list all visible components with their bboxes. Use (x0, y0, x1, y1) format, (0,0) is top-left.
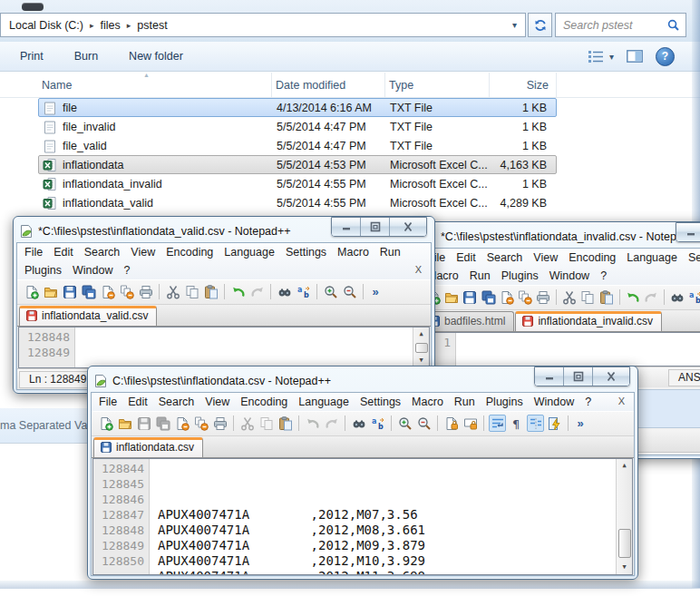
menu-item[interactable]: ? (579, 393, 597, 411)
redo-icon[interactable] (643, 288, 659, 306)
new-file-icon[interactable] (23, 283, 40, 300)
menu-item[interactable]: Encoding (235, 393, 293, 411)
close-all-icon[interactable] (118, 283, 135, 300)
scroll-up-icon[interactable]: ▲ (617, 459, 632, 473)
breadcrumb-segment[interactable]: files (96, 17, 125, 34)
maximize-button[interactable] (361, 218, 390, 236)
vertical-scrollbar[interactable]: ▲ ▼ (413, 327, 429, 367)
menu-item[interactable]: View (125, 243, 160, 261)
address-dropdown-icon[interactable]: ▾ (508, 20, 521, 30)
file-row[interactable]: file_invalid 5/5/2014 4:47 PM TXT File 1… (38, 117, 557, 136)
cut-icon[interactable] (561, 288, 578, 306)
document-tab[interactable]: inflationdata.csv (93, 437, 203, 457)
word-wrap-icon[interactable] (489, 415, 506, 432)
indent-guide-icon[interactable] (527, 415, 544, 432)
scroll-down-icon[interactable]: ▼ (617, 561, 632, 574)
title-bar[interactable]: *C:\files\pstest\inflationdata_invalid.c… (419, 225, 700, 248)
menu-item[interactable]: Window (529, 393, 579, 411)
column-header-name[interactable]: Name ▲ (38, 73, 272, 97)
overflow-icon[interactable]: » (573, 415, 588, 432)
redo-icon[interactable] (323, 415, 340, 432)
zoom-in-icon[interactable] (322, 283, 339, 300)
breadcrumb-segment[interactable]: Local Disk (C:) (5, 17, 88, 34)
menubar-close-button[interactable]: X (611, 393, 632, 411)
menu-item[interactable]: Search (481, 249, 529, 267)
menu-item[interactable]: Plugins (496, 267, 544, 285)
sync-v-icon[interactable] (442, 415, 460, 432)
menu-item[interactable]: Run (449, 393, 481, 411)
search-box[interactable] (555, 13, 686, 37)
file-row[interactable]: inflationdata_valid 5/5/2014 4:55 PM Mic… (38, 193, 557, 212)
menu-item[interactable]: ? (118, 261, 135, 279)
menu-item[interactable]: View (528, 249, 563, 267)
menu-item[interactable]: View (199, 393, 235, 411)
print-button[interactable]: Print (9, 44, 54, 68)
menu-item[interactable]: Language (293, 393, 355, 411)
file-row[interactable]: file_valid 5/5/2014 4:47 PM TXT File 1 K… (38, 136, 557, 155)
menubar-close-button[interactable]: X (408, 261, 429, 279)
menu-item[interactable]: Window (544, 267, 595, 285)
menu-item[interactable]: Edit (48, 243, 79, 261)
paste-icon[interactable] (202, 283, 219, 300)
refresh-button[interactable] (528, 13, 552, 37)
find-icon[interactable] (276, 283, 293, 300)
editor[interactable]: 1 APU040074715 ,SoCallMeCrazy (421, 332, 700, 367)
menu-item[interactable]: Settings (683, 249, 700, 267)
save-icon[interactable] (135, 415, 152, 432)
text-area[interactable]: APUX4007471A ,2012,M07,3.56APUX4007471A … (150, 459, 616, 574)
menu-item[interactable]: Language (219, 243, 280, 261)
vertical-scrollbar[interactable]: ▲ ▼ (616, 459, 632, 574)
close-button[interactable] (593, 367, 629, 386)
save-all-icon[interactable] (481, 288, 497, 306)
undo-icon[interactable] (229, 283, 247, 300)
menu-item[interactable]: Run (464, 267, 496, 285)
menu-item[interactable]: Settings (355, 393, 406, 411)
close-icon[interactable] (99, 283, 116, 300)
zoom-out-icon[interactable] (341, 283, 358, 300)
preview-pane-icon[interactable] (627, 50, 643, 63)
menu-item[interactable]: Search (79, 243, 126, 261)
open-icon[interactable] (42, 283, 59, 300)
menu-item[interactable]: Window (67, 261, 118, 279)
menu-item[interactable]: Language (621, 249, 683, 267)
menu-item[interactable]: Plugins (481, 393, 529, 411)
sync-h-icon[interactable] (462, 415, 479, 432)
menu-item[interactable]: Encoding (563, 249, 621, 267)
help-button[interactable]: ? (656, 47, 675, 66)
menu-item[interactable]: File (19, 243, 48, 261)
menu-item[interactable]: File (93, 393, 122, 411)
close-icon[interactable] (173, 415, 190, 432)
column-header-type[interactable]: Type (385, 73, 490, 97)
maximize-button[interactable] (564, 367, 593, 386)
show-symbols-icon[interactable] (508, 415, 525, 432)
print-icon[interactable] (535, 288, 551, 306)
scroll-up-icon[interactable]: ▲ (413, 327, 429, 341)
editor[interactable]: 1288441288451288461288471288481288491288… (92, 458, 633, 575)
file-row[interactable]: file 4/13/2014 6:16 AM TXT File 1 KB (38, 98, 557, 117)
save-icon[interactable] (462, 288, 478, 306)
cut-icon[interactable] (238, 415, 256, 432)
save-icon[interactable] (61, 283, 78, 300)
close-all-icon[interactable] (192, 415, 209, 432)
document-tab[interactable]: badfiles.html (422, 311, 514, 331)
new-file-icon[interactable] (97, 415, 114, 432)
column-header-date[interactable]: Date modified (272, 73, 385, 97)
menu-item[interactable]: Macro (406, 393, 449, 411)
file-row[interactable]: inflationdata 5/5/2014 4:53 PM Microsoft… (38, 155, 557, 174)
editor[interactable]: 128848128849 APUX4007471A ,2012,M12,3.38… (18, 327, 430, 368)
document-tab[interactable]: inflationdata_invalid.csv (515, 311, 662, 331)
find-icon[interactable] (669, 288, 685, 306)
text-area[interactable]: APUX4007471A ,2012,M12,3.384APUX4007471A… (75, 327, 413, 367)
zoom-in-icon[interactable] (396, 415, 413, 432)
overflow-icon[interactable]: » (368, 283, 383, 300)
change-view-button[interactable]: ▾ (588, 50, 614, 63)
document-tab[interactable]: inflationdata_valid.csv (19, 306, 157, 326)
open-icon[interactable] (116, 415, 133, 432)
scrollbar-thumb[interactable] (415, 343, 428, 353)
scrollbar-thumb[interactable] (618, 529, 631, 558)
new-folder-button[interactable]: New folder (118, 44, 194, 68)
print-icon[interactable] (211, 415, 228, 432)
replace-icon[interactable] (369, 415, 386, 432)
undo-icon[interactable] (625, 288, 641, 306)
title-bar[interactable]: C:\files\pstest\inflationdata.csv - Note… (91, 369, 635, 392)
